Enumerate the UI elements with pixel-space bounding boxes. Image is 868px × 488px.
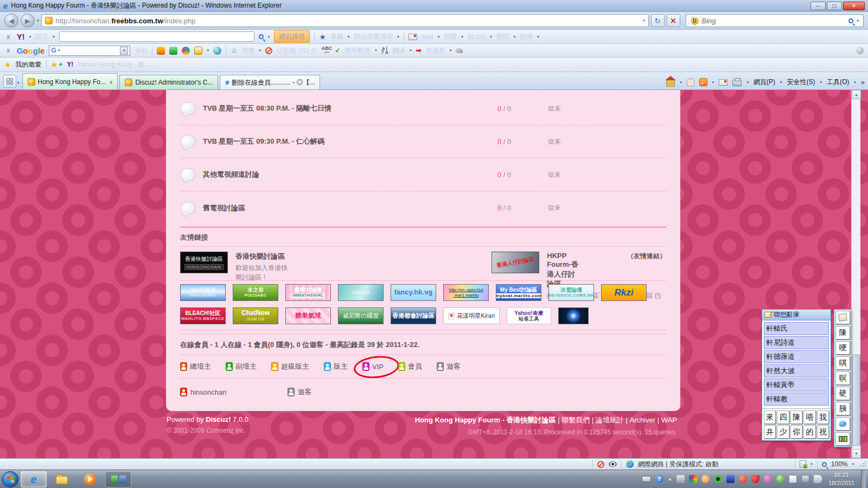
- send-to-icon[interactable]: ➡: [416, 47, 422, 54]
- ime-key[interactable]: 的: [803, 425, 815, 439]
- start-button[interactable]: [2, 471, 18, 487]
- arrow-icon[interactable]: ▾: [450, 48, 452, 53]
- featured-link-name[interactable]: 香港快樂討論區: [235, 252, 291, 261]
- overflow-chevron-icon[interactable]: »: [861, 78, 865, 86]
- link-banner[interactable]: 水之谷PUI23ABC: [233, 284, 278, 301]
- link-banner[interactable]: Vanish: [338, 284, 384, 301]
- google-popup-count[interactable]: 已拦截 241 个: [277, 46, 317, 55]
- add-favorite-icon[interactable]: ★: [51, 60, 58, 69]
- contact-link[interactable]: 聯繫我們: [561, 416, 590, 424]
- protected-mode-icon[interactable]: [800, 460, 806, 468]
- tab-delete-online[interactable]: e 刪除在線會員........... - ◎【...: [220, 75, 320, 89]
- google-gadget-icon[interactable]: [169, 47, 177, 55]
- ime-candidate[interactable]: 軒轅氏: [764, 322, 829, 335]
- fax-tray-icon[interactable]: [676, 475, 685, 483]
- yahoo-mail[interactable]: Mail: [422, 33, 433, 41]
- taskbar-messenger-button[interactable]: [105, 471, 131, 487]
- zoom-arrow-icon[interactable]: ▾: [852, 462, 854, 466]
- scroll-up-icon[interactable]: ▲: [852, 90, 861, 99]
- ime-side-char[interactable]: 暝: [835, 371, 850, 385]
- yahoo-menu-arrow-icon[interactable]: ▾: [29, 35, 31, 39]
- arrow-icon[interactable]: ▾: [348, 35, 350, 39]
- page-menu[interactable]: 網頁(P): [754, 78, 775, 87]
- orange-pet-tray-icon[interactable]: [701, 475, 710, 483]
- refresh-button[interactable]: ↻: [651, 14, 665, 27]
- ime-candidate[interactable]: 軒德蓀道: [764, 350, 829, 363]
- arrow-icon[interactable]: ▾: [780, 80, 782, 85]
- tab-active[interactable]: Hong Kong Happy Fo... x: [22, 73, 118, 89]
- ime-side-char[interactable]: 哽: [835, 341, 850, 355]
- ime-candidate[interactable]: 軒然大波: [764, 364, 829, 377]
- google-bookmark-star-icon[interactable]: ☆: [231, 46, 238, 55]
- link-banner[interactable]: 糖果氣球: [285, 307, 331, 324]
- arrow-icon[interactable]: ▾: [259, 48, 261, 53]
- arrow-icon[interactable]: ▾: [375, 48, 377, 53]
- scrollbar-thumb[interactable]: [852, 355, 860, 446]
- link-banner[interactable]: Van仔論壇VANYUENSY: [180, 284, 226, 301]
- pink-heart-tray-icon[interactable]: [764, 475, 772, 483]
- link-banner[interactable]: BLEACH!社区MARLITO.BBSPACE: [180, 307, 226, 324]
- link-banner[interactable]: ChatNowJOIN US: [233, 307, 278, 324]
- yahoo-bookmarks[interactable]: 書籤: [330, 32, 343, 41]
- forum-title-link[interactable]: 舊電視討論區: [203, 203, 490, 213]
- google-search-input[interactable]: G ▾ ▾: [49, 46, 130, 56]
- stats-link[interactable]: 論壇統計: [596, 416, 624, 424]
- tools-menu[interactable]: 工具(O): [827, 78, 849, 87]
- arrow-icon[interactable]: ▾: [746, 80, 749, 85]
- link-banner[interactable]: [558, 307, 589, 324]
- ime-keyboard-icon[interactable]: [835, 432, 850, 446]
- favorite-bookmark[interactable]: Yahoo! Hong Kong - 雅...: [78, 60, 150, 69]
- google-gadget-icon[interactable]: [182, 47, 190, 55]
- archiver-link[interactable]: Archiver: [630, 416, 656, 424]
- ime-speech-icon[interactable]: [835, 417, 850, 431]
- arrow-icon[interactable]: ▾: [537, 35, 539, 39]
- forum-title-link[interactable]: 其他電視頻道討論: [203, 170, 490, 179]
- ime-side-char[interactable]: 唭: [835, 356, 850, 370]
- arrow-icon[interactable]: ▾: [58, 48, 60, 53]
- yahoo-auction[interactable]: 拍賣: [444, 32, 457, 41]
- google-logo[interactable]: Google: [17, 46, 45, 55]
- arrow-icon[interactable]: ▾: [397, 35, 399, 39]
- arrow-icon[interactable]: ▾: [514, 35, 516, 39]
- taskbar-ie-button[interactable]: e: [21, 471, 47, 487]
- search-box[interactable]: b Bing ▾: [686, 14, 864, 27]
- wap-link[interactable]: WAP: [661, 416, 677, 424]
- yahoo-mail-icon[interactable]: [409, 34, 417, 40]
- tray-expand-icon[interactable]: ▲: [668, 477, 672, 481]
- show-desktop-button[interactable]: [861, 470, 866, 488]
- safety-menu[interactable]: 安全性(S): [787, 78, 815, 87]
- rainbow-tray-icon[interactable]: [689, 475, 697, 483]
- link-banner[interactable]: My Best討論區mybeat.marlito.com: [496, 284, 541, 301]
- yahoo-news[interactable]: 新聞: [496, 32, 509, 41]
- arrow-icon[interactable]: ▾: [438, 35, 440, 39]
- ime-key[interactable]: 唔: [803, 410, 815, 424]
- google-popup-blocker-icon[interactable]: [265, 47, 272, 54]
- link-banner[interactable]: http://xn--ypsv11d.mar1.marlito: [443, 284, 489, 301]
- link-banner[interactable]: Yahoo!奇摩站長工具: [507, 307, 551, 324]
- translate-icon[interactable]: a i7 ä: [381, 47, 388, 54]
- flag-tray-icon[interactable]: [789, 475, 797, 483]
- close-button[interactable]: ✕: [843, 2, 865, 10]
- keyboard-icon[interactable]: [642, 476, 651, 482]
- ime-side-char[interactable]: 陳: [835, 326, 850, 339]
- vertical-scrollbar[interactable]: ▲ ▼: [851, 90, 860, 458]
- yahoo-finance[interactable]: 財經: [520, 32, 533, 41]
- hand-icon[interactable]: [687, 79, 694, 86]
- rss-feed-icon[interactable]: [699, 78, 707, 86]
- google-send-to[interactable]: 发送至: [426, 46, 445, 55]
- online-user[interactable]: hinsonchan: [180, 387, 227, 397]
- stop-button[interactable]: ✕: [667, 14, 680, 27]
- arrow-icon[interactable]: ▾: [712, 80, 714, 85]
- link-banner[interactable]: 威尼斯の國度: [338, 307, 384, 324]
- ime-key[interactable]: 你: [790, 425, 802, 439]
- privacy-eye-icon[interactable]: [609, 461, 617, 467]
- google-earth-icon[interactable]: [213, 47, 221, 55]
- link-banner[interactable]: 香港都會討論區: [391, 307, 436, 324]
- link-banner-broken[interactable]: ✕花漾明星Kirari: [443, 307, 500, 324]
- discuz-link[interactable]: Discuz!: [206, 415, 231, 423]
- ime-key[interactable]: 陳: [790, 410, 802, 424]
- blue-square-tray-icon[interactable]: [726, 475, 735, 483]
- arrow-icon[interactable]: ▾: [680, 80, 682, 85]
- google-translate[interactable]: 翻译: [392, 46, 405, 55]
- taskbar-media-player-button[interactable]: [77, 471, 103, 487]
